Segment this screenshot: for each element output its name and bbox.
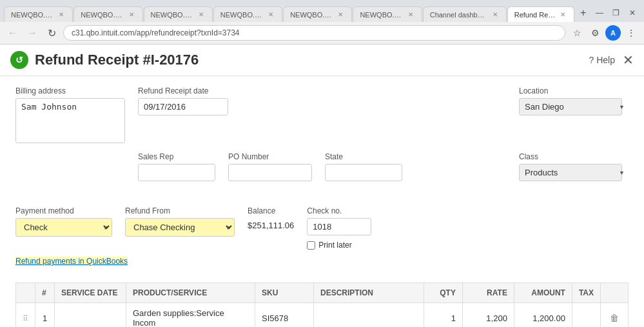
check-no-input[interactable] bbox=[307, 218, 371, 235]
table-header-row: # SERVICE DATE PRODUCT/SERVICE SKU DESCR… bbox=[16, 283, 629, 303]
back-button[interactable]: ← bbox=[5, 25, 21, 41]
profile-avatar[interactable]: A bbox=[605, 25, 621, 41]
delete-cell-1: 🗑 bbox=[601, 303, 629, 328]
tab-5[interactable]: NEWQBO.COM ✕ bbox=[283, 6, 352, 22]
tab-4-close[interactable]: ✕ bbox=[266, 10, 275, 19]
tab-7[interactable]: Channel dashboard - YouT... ✕ bbox=[423, 6, 507, 22]
drag-handle-icon[interactable]: ⠿ bbox=[23, 314, 28, 323]
tab-5-label: NEWQBO.COM bbox=[290, 11, 333, 19]
description-input-1[interactable] bbox=[320, 313, 417, 323]
refund-date-input[interactable] bbox=[138, 98, 228, 115]
sales-rep-group: Sales Rep bbox=[138, 152, 215, 181]
new-tab-button[interactable]: + bbox=[575, 4, 590, 22]
address-bar[interactable]: c31.qbo.intuit.com/app/refundreceipt?txn… bbox=[63, 25, 565, 41]
tabs-bar: NEWQBO.COM ✕ NEWQBO.COM ✕ NEWQBO.COM ✕ N… bbox=[0, 0, 644, 22]
row-num-1: 1 bbox=[35, 303, 55, 328]
tab-3[interactable]: NEWQBO.COM ✕ bbox=[144, 6, 213, 22]
drag-handle-cell: ⠿ bbox=[16, 303, 35, 328]
form-body: Billing address Sam Johnson Refund Recei… bbox=[0, 76, 644, 327]
refund-quickbooks-link[interactable]: Refund payments in QuickBooks bbox=[15, 257, 128, 266]
tab-1-close[interactable]: ✕ bbox=[57, 10, 66, 19]
tax-1 bbox=[572, 303, 600, 328]
print-later-checkbox[interactable] bbox=[307, 241, 315, 250]
tab-1[interactable]: NEWQBO.COM ✕ bbox=[4, 6, 73, 22]
restore-button[interactable]: ❐ bbox=[608, 4, 623, 22]
window-close-button[interactable]: ✕ bbox=[625, 4, 640, 22]
state-input[interactable] bbox=[325, 164, 402, 181]
service-date-input-1[interactable] bbox=[61, 313, 119, 323]
refund-from-wrapper: Chase Checking bbox=[125, 218, 235, 237]
table-section: # SERVICE DATE PRODUCT/SERVICE SKU DESCR… bbox=[15, 282, 629, 327]
location-group: Location San Diego bbox=[519, 86, 629, 115]
col-rate: RATE bbox=[462, 283, 514, 303]
class-select[interactable]: Products bbox=[519, 164, 622, 181]
col-num: # bbox=[35, 283, 55, 303]
minimize-button[interactable]: — bbox=[592, 4, 607, 22]
col-description: DESCRIPTION bbox=[314, 283, 424, 303]
logo-icon: ↺ bbox=[15, 55, 23, 65]
sales-rep-input[interactable] bbox=[138, 164, 215, 181]
sales-rep-label: Sales Rep bbox=[138, 152, 215, 161]
balance-amount: $251,111.06 bbox=[248, 218, 294, 230]
col-sku: SKU bbox=[255, 283, 314, 303]
reload-button[interactable]: ↻ bbox=[44, 25, 59, 41]
tab-3-close[interactable]: ✕ bbox=[197, 10, 206, 19]
tab-7-label: Channel dashboard - YouT... bbox=[430, 11, 487, 19]
col-qty: QTY bbox=[424, 283, 462, 303]
col-delete bbox=[601, 283, 629, 303]
help-circle-icon: ? bbox=[589, 55, 594, 65]
col-service-date: SERVICE DATE bbox=[55, 283, 126, 303]
po-number-group: PO Number bbox=[228, 152, 312, 181]
billing-address-group: Billing address Sam Johnson bbox=[15, 86, 125, 143]
col-amount: AMOUNT bbox=[514, 283, 572, 303]
help-button[interactable]: ? Help bbox=[589, 55, 615, 65]
location-label: Location bbox=[519, 86, 629, 95]
items-table: # SERVICE DATE PRODUCT/SERVICE SKU DESCR… bbox=[15, 282, 629, 327]
amount-1: 1,200.00 bbox=[514, 303, 572, 328]
delete-row-1-button[interactable]: 🗑 bbox=[607, 312, 621, 324]
tab-6-close[interactable]: ✕ bbox=[406, 10, 415, 19]
tab-5-close[interactable]: ✕ bbox=[336, 10, 345, 19]
po-number-input[interactable] bbox=[228, 164, 312, 181]
tab-2[interactable]: NEWQBO.COM ✕ bbox=[73, 6, 142, 22]
col-tax: TAX bbox=[572, 283, 600, 303]
location-select-wrapper: San Diego bbox=[519, 98, 629, 115]
forward-button[interactable]: → bbox=[24, 25, 40, 41]
tab-4-label: NEWQBO.COM bbox=[220, 11, 263, 19]
tab-4[interactable]: NEWQBO.COM ✕ bbox=[213, 6, 282, 22]
refund-from-label: Refund From bbox=[125, 206, 235, 215]
balance-group: Balance $251,111.06 bbox=[248, 206, 294, 230]
bookmark-icon[interactable]: ☆ bbox=[569, 25, 585, 41]
payment-method-wrapper: Check bbox=[15, 218, 112, 237]
nav-bar: ← → ↻ c31.qbo.intuit.com/app/refundrecei… bbox=[0, 22, 644, 44]
extensions-icon[interactable]: ⚙ bbox=[587, 25, 603, 41]
check-no-group: Check no. Print later bbox=[307, 206, 371, 250]
tab-2-close[interactable]: ✕ bbox=[127, 10, 136, 19]
tab-2-label: NEWQBO.COM bbox=[81, 11, 123, 19]
tab-8-active[interactable]: Refund Receipt ✕ bbox=[507, 6, 575, 22]
tab-8-label: Refund Receipt bbox=[514, 11, 556, 19]
service-date-1[interactable] bbox=[55, 303, 126, 328]
print-later-label[interactable]: Print later bbox=[307, 241, 371, 250]
tab-7-close[interactable]: ✕ bbox=[491, 10, 500, 19]
class-label: Class bbox=[519, 152, 629, 161]
description-1[interactable] bbox=[314, 303, 424, 328]
payment-method-select[interactable]: Check bbox=[15, 218, 112, 237]
page-title: Refund Receipt #I-20176 bbox=[35, 52, 589, 68]
tab-8-close[interactable]: ✕ bbox=[558, 10, 567, 19]
help-label: Help bbox=[596, 55, 615, 65]
header-actions: ? Help ✕ bbox=[589, 54, 634, 66]
col-drag bbox=[16, 283, 35, 303]
tab-6-label: NEWQBO.COM bbox=[360, 11, 402, 19]
payment-method-label: Payment method bbox=[15, 206, 112, 215]
location-select[interactable]: San Diego bbox=[519, 98, 622, 115]
menu-icon[interactable]: ⋮ bbox=[623, 25, 639, 41]
class-group: Class Products bbox=[519, 152, 629, 181]
app-logo: ↺ bbox=[10, 51, 28, 69]
billing-address-input[interactable]: Sam Johnson bbox=[15, 98, 125, 143]
state-label: State bbox=[325, 152, 402, 161]
check-no-label: Check no. bbox=[307, 206, 371, 215]
tab-6[interactable]: NEWQBO.COM ✕ bbox=[353, 6, 422, 22]
close-button[interactable]: ✕ bbox=[623, 54, 634, 66]
refund-from-select[interactable]: Chase Checking bbox=[125, 218, 235, 237]
